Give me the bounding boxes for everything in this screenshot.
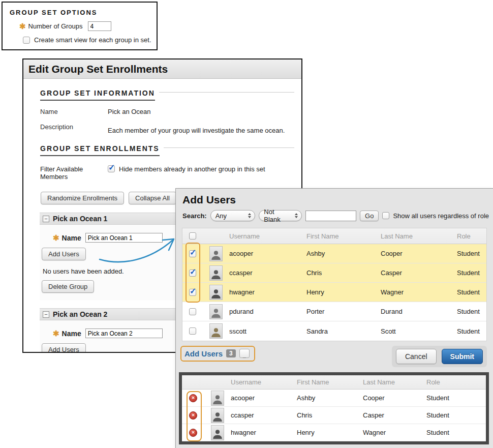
cell-last-name: Wagner (363, 429, 426, 436)
collapse-minus-icon[interactable]: − (43, 216, 49, 222)
required-asterisk-icon: ✱ (53, 329, 59, 338)
table-row: ✕ acooper Ashby Cooper Student (182, 390, 486, 407)
cell-role: Student (457, 269, 486, 277)
row-checkbox[interactable] (189, 308, 196, 315)
number-of-groups-input[interactable] (88, 21, 111, 31)
cell-first-name: Henry (306, 288, 381, 296)
select-arrows-icon (248, 213, 251, 218)
table-row[interactable]: acooper Ashby Cooper Student (182, 244, 486, 263)
cell-first-name: Ashby (297, 394, 363, 402)
name-value: Pick an Ocean (108, 108, 151, 115)
cancel-button[interactable]: Cancel (396, 349, 437, 364)
add-users-dialog: Add Users Search: Any Not Blank Go Show … (176, 189, 493, 448)
description-value: Each member of your group will investiga… (108, 123, 285, 134)
remove-user-icon[interactable]: ✕ (189, 429, 197, 437)
cell-last-name: Casper (363, 411, 426, 419)
cell-username: acooper (231, 394, 297, 402)
col-first-name: First Name (306, 232, 381, 240)
smart-view-checkbox[interactable] (23, 37, 30, 44)
description-label: Description (40, 123, 108, 134)
cell-username: sscott (229, 327, 306, 335)
row-checkbox[interactable] (189, 327, 196, 335)
table-header-row: Username First Name Last Name Role (182, 228, 486, 244)
go-button[interactable]: Go (360, 211, 379, 221)
user-avatar (209, 265, 223, 281)
cell-username: acooper (229, 250, 306, 257)
group-2-add-users-button[interactable]: Add Users (42, 343, 86, 353)
cell-role: Student (457, 288, 486, 296)
hide-members-checkbox[interactable] (108, 165, 115, 172)
cell-role: Student (426, 429, 486, 436)
user-avatar (209, 246, 223, 261)
show-all-users-checkbox[interactable] (382, 212, 389, 219)
cell-last-name: Casper (381, 269, 457, 277)
section-rule (164, 147, 294, 148)
search-operator-select[interactable]: Not Blank (259, 210, 302, 221)
edit-panel-title: Edit Group Set Enrollments (28, 63, 168, 75)
col-last-name: Last Name (381, 232, 457, 240)
cell-last-name: Durand (381, 308, 457, 315)
search-operator-value: Not Blank (264, 208, 292, 223)
user-avatar (211, 425, 224, 440)
remove-user-icon[interactable]: ✕ (189, 411, 197, 420)
col-username: Username (231, 378, 297, 386)
cell-first-name: Sandra (306, 327, 381, 335)
group-set-information-heading: GROUP SET INFORMATION (40, 89, 155, 101)
search-label: Search: (182, 212, 207, 220)
table-row[interactable]: sscott Sandra Scott Student (182, 321, 486, 341)
col-role: Role (457, 232, 486, 240)
search-text-input[interactable] (305, 211, 356, 221)
group-2-title: Pick an Ocean 2 (53, 310, 107, 318)
group-set-enrollments-section: GROUP SET ENROLLMENTS (40, 144, 294, 156)
add-users-summary-label: Add Users (184, 349, 223, 358)
table-row[interactable]: pdurand Porter Durand Student (182, 302, 486, 321)
collapse-minus-icon[interactable]: − (43, 311, 49, 318)
table-row[interactable]: hwagner Henry Wagner Student (182, 283, 486, 302)
cell-first-name: Ashby (306, 250, 381, 257)
group-1-name-input[interactable] (85, 233, 163, 243)
group-1-title: Pick an Ocean 1 (53, 215, 107, 223)
required-asterisk-icon: ✱ (19, 22, 26, 31)
cell-username: hwagner (229, 288, 306, 296)
remove-user-icon[interactable]: ✕ (189, 394, 197, 402)
table-row[interactable]: ccasper Chris Casper Student (182, 263, 486, 283)
cell-role: Student (457, 250, 486, 257)
group-set-options-heading: GROUP SET OPTIONS (10, 9, 157, 16)
cell-first-name: Porter (306, 308, 381, 315)
group-1-name-label: Name (62, 234, 81, 242)
minimize-button[interactable]: _ (239, 349, 250, 358)
required-asterisk-icon: ✱ (53, 233, 59, 243)
row-checkbox[interactable] (189, 289, 196, 296)
select-all-checkbox[interactable] (189, 232, 196, 240)
cell-username: pdurand (229, 308, 306, 315)
col-last-name: Last Name (363, 378, 426, 386)
hide-members-label: Hide members already in another group in… (119, 165, 265, 173)
col-username: Username (229, 232, 306, 240)
user-avatar (211, 391, 224, 406)
submit-button[interactable]: Submit (442, 349, 483, 364)
group-2-name-label: Name (62, 330, 81, 338)
collapse-all-button[interactable]: Collapse All (129, 192, 176, 204)
group-2-name-input[interactable] (85, 328, 163, 338)
cell-username: ccasper (229, 269, 306, 277)
search-bar: Search: Any Not Blank Go Show all users … (176, 207, 493, 221)
row-checkbox[interactable] (189, 270, 196, 277)
randomize-enrollments-button[interactable]: Randomize Enrollments (41, 192, 124, 204)
group-set-information-section: GROUP SET INFORMATION (40, 89, 294, 101)
dialog-title: Add Users (176, 189, 493, 207)
number-of-groups-label: Number of Groups (28, 22, 83, 30)
user-avatar (209, 323, 223, 339)
group-1-add-users-button[interactable]: Add Users (42, 248, 86, 260)
user-avatar (209, 304, 223, 319)
group-1-delete-button[interactable]: Delete Group (42, 280, 94, 293)
add-users-summary: Add Users 3 _ (180, 346, 255, 362)
col-first-name: First Name (297, 378, 363, 386)
search-field-select[interactable]: Any (210, 210, 256, 221)
name-label: Name (40, 108, 108, 115)
cell-last-name: Cooper (363, 394, 426, 402)
group-set-enrollments-heading: GROUP SET ENROLLMENTS (40, 144, 160, 156)
user-avatar (209, 285, 223, 300)
user-avatar (211, 408, 224, 423)
filter-available-members-label: Filter Available Members (40, 165, 108, 181)
row-checkbox[interactable] (189, 250, 196, 257)
